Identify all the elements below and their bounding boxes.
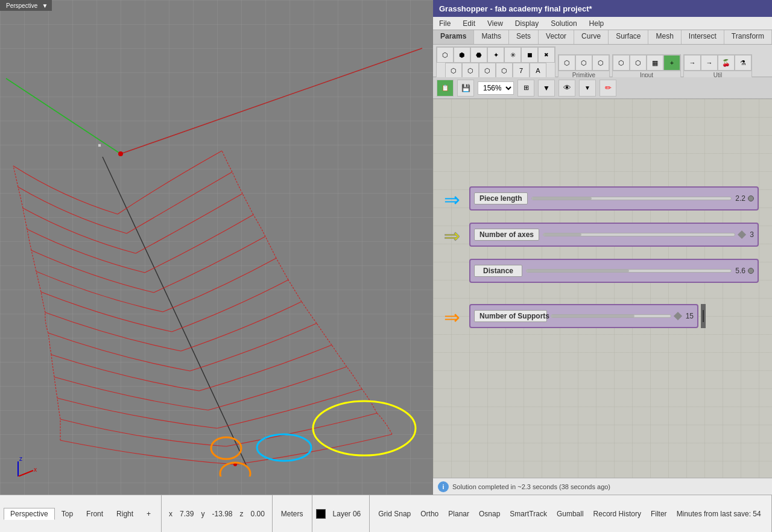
toolbar-util-fruit[interactable]: 🍒 <box>718 55 735 71</box>
toolbar-util-flask[interactable]: ⚗ <box>735 55 751 71</box>
layer-section: Layer 06 <box>312 495 370 532</box>
slider-number-axes[interactable]: Number of axes 3 <box>469 223 759 247</box>
tab-curve[interactable]: Curve <box>574 30 609 44</box>
toolbar-input-3[interactable]: ▦ <box>647 55 663 71</box>
viewport-label[interactable]: Perspective ▼ <box>0 0 52 11</box>
toolbar-prim-2[interactable]: ⬡ <box>575 55 592 71</box>
toolbar-btn-7[interactable]: ⬡ <box>445 63 462 78</box>
piece-length-track[interactable] <box>531 197 732 200</box>
tab-transform[interactable]: Transform <box>724 30 772 44</box>
coord-z-value: 0.00 <box>247 510 268 518</box>
menu-display[interactable]: Display <box>509 18 545 29</box>
coord-section: x 7.39 y -13.98 z 0.00 <box>162 495 273 532</box>
number-supports-value: 15 <box>675 312 694 320</box>
toolbar-btn-x[interactable]: ✖ <box>538 47 555 63</box>
piece-length-dot <box>748 195 754 201</box>
toolbar-input-1[interactable]: ⬡ <box>613 55 630 71</box>
filter-toggle[interactable]: Filter <box>646 510 672 518</box>
toolbar-btn-9[interactable]: ⬡ <box>479 63 496 78</box>
grid-snap-toggle[interactable]: Grid Snap <box>373 510 416 518</box>
viewport-tab-top[interactable]: Top <box>55 508 80 520</box>
toolbar-btn-11[interactable]: 7 <box>513 63 530 78</box>
viewport-tab-add[interactable]: + <box>140 508 157 520</box>
coord-x-value: 7.39 <box>176 510 197 518</box>
toolbar2-green-btn[interactable]: 📋 <box>437 80 454 97</box>
tab-maths[interactable]: Maths <box>474 30 509 44</box>
menu-file[interactable]: File <box>433 18 457 29</box>
solution-icon: i <box>438 481 449 492</box>
number-supports-track[interactable] <box>551 314 671 318</box>
gh-solution-status: i Solution completed in ~2.3 seconds (38… <box>433 478 772 495</box>
gumball-toggle[interactable]: Gumball <box>552 510 589 518</box>
viewport-tab-perspective[interactable]: Perspective <box>4 508 55 520</box>
svg-line-10 <box>18 470 33 477</box>
toolbar-btn-6[interactable]: ⏹ <box>521 47 538 63</box>
eye-btn[interactable]: 👁 <box>558 80 575 97</box>
distance-fill <box>527 270 629 272</box>
menu-help[interactable]: Help <box>583 18 610 29</box>
number-axes-arrow: ⇒ <box>444 224 460 247</box>
tab-vector[interactable]: Vector <box>539 30 574 44</box>
menu-edit[interactable]: Edit <box>457 18 481 29</box>
toolbar-primitive-group: ⬡ ⬡ ⬡ Primitive <box>558 54 610 80</box>
slider-number-supports[interactable]: Number of Supports 15 <box>469 304 698 328</box>
toolbar-btn-1[interactable]: ⬡ <box>437 47 454 63</box>
gh-canvas[interactable]: Piece length 2.2 ⇒ Number of axes 3 ⇒ <box>433 99 772 478</box>
gh-menubar: File Edit View Display Solution Help <box>433 17 772 30</box>
gh-toolbar: ⬡ ⬢ ⬣ ✦ ✳ ⏹ ✖ ⬡ ⬡ ⬡ ⬡ 7 A Geometry ⬡ ⬡ <box>433 45 772 77</box>
svg-line-1 <box>6 78 121 154</box>
toolbar-btn-8[interactable]: ⬡ <box>462 63 479 78</box>
svg-line-0 <box>121 48 422 154</box>
gh-toolbar2: 📋 💾 156% ⊞ ▼ 👁 ▼ ✏ <box>433 77 772 99</box>
marker-dot <box>98 144 101 147</box>
tab-surface[interactable]: Surface <box>609 30 648 44</box>
toolbar-input-2[interactable]: ⬡ <box>630 55 647 71</box>
paint-btn[interactable]: ✏ <box>600 80 616 97</box>
viewport-tab-right[interactable]: Right <box>110 508 140 520</box>
status-bar: Perspective Top Front Right + x 7.39 y -… <box>0 495 772 532</box>
svg-text:x: x <box>34 466 37 473</box>
toolbar-btn-5[interactable]: ✳ <box>504 47 521 63</box>
distance-track[interactable] <box>526 269 732 273</box>
tab-intersect[interactable]: Intersect <box>682 30 724 44</box>
zoom-btn2[interactable]: ▼ <box>538 80 555 97</box>
tab-params[interactable]: Params <box>433 30 474 44</box>
menu-solution[interactable]: Solution <box>545 18 583 29</box>
planar-toggle[interactable]: Planar <box>443 510 474 518</box>
layer-name[interactable]: Layer 06 <box>328 510 366 518</box>
toolbar-btn-4[interactable]: ✦ <box>487 47 504 63</box>
osnap-toggle[interactable]: Osnap <box>474 510 505 518</box>
zoom-fit-btn[interactable]: ⊞ <box>517 80 534 97</box>
rhino-viewport[interactable]: Perspective ▼ <box>0 0 433 495</box>
toolbar-util-2[interactable]: → <box>701 55 718 71</box>
tab-sets[interactable]: Sets <box>509 30 539 44</box>
toolbar-btn-10[interactable]: ⬡ <box>496 63 513 78</box>
number-axes-label: Number of axes <box>474 229 539 241</box>
number-axes-track[interactable] <box>543 233 735 236</box>
coord-y-value: -13.98 <box>208 510 236 518</box>
tab-mesh[interactable]: Mesh <box>648 30 681 44</box>
toolbar-prim-3[interactable]: ⬡ <box>592 55 609 71</box>
supports-right-edge <box>701 304 706 328</box>
menu-view[interactable]: View <box>481 18 509 29</box>
toolbar-btn-2[interactable]: ⬢ <box>454 47 470 63</box>
toolbar-input-plus[interactable]: + <box>663 55 680 71</box>
record-history-toggle[interactable]: Record History <box>589 510 646 518</box>
toolbar-btn-12[interactable]: A <box>530 63 546 78</box>
svg-point-5 <box>313 401 416 455</box>
slider-piece-length[interactable]: Piece length 2.2 <box>469 186 759 211</box>
slider-distance[interactable]: Distance 5.6 <box>469 259 759 283</box>
ortho-toggle[interactable]: Ortho <box>416 510 443 518</box>
toolbar2-save-btn[interactable]: 💾 <box>457 80 474 97</box>
toolbar-input-group: ⬡ ⬡ ▦ + Input <box>612 54 681 80</box>
zoom-select[interactable]: 156% <box>478 81 514 95</box>
toolbar-prim-1[interactable]: ⬡ <box>558 55 575 71</box>
toolbar-util-1[interactable]: → <box>684 55 701 71</box>
eye-dropdown-btn[interactable]: ▼ <box>579 80 596 97</box>
axes-dot <box>738 230 746 239</box>
piece-length-arrow: ⇒ <box>444 188 460 211</box>
toolbar-btn-3[interactable]: ⬣ <box>470 47 487 63</box>
viewport-dropdown-icon[interactable]: ▼ <box>42 2 48 9</box>
viewport-tab-front[interactable]: Front <box>80 508 110 520</box>
smarttrack-toggle[interactable]: SmartTrack <box>505 510 552 518</box>
